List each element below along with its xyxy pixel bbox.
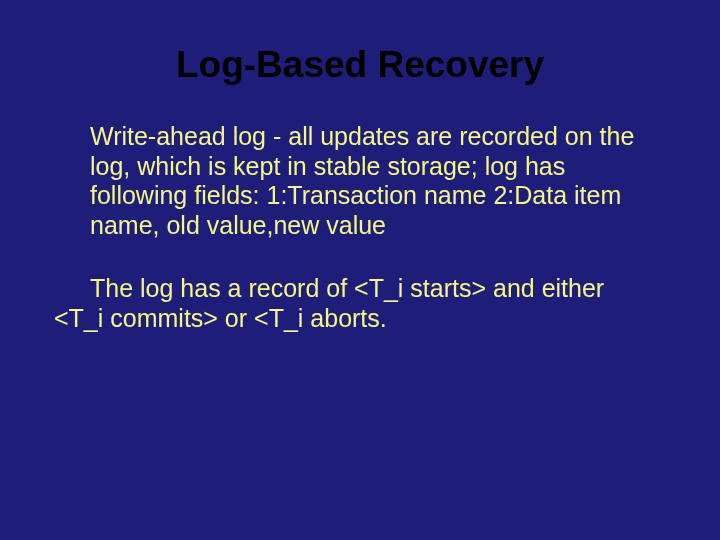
paragraph-2: The log has a record of <T_i starts> and… xyxy=(90,274,660,333)
paragraph-2-line-1: The log has a record of <T_i starts> and… xyxy=(90,274,660,304)
paragraph-1: Write-ahead log - all updates are record… xyxy=(90,122,660,240)
slide: Log-Based Recovery Write-ahead log - all… xyxy=(0,0,720,540)
slide-body: Write-ahead log - all updates are record… xyxy=(0,122,720,333)
paragraph-2-line-2: <T_i commits> or <T_i aborts. xyxy=(54,304,660,334)
slide-title: Log-Based Recovery xyxy=(0,0,720,122)
